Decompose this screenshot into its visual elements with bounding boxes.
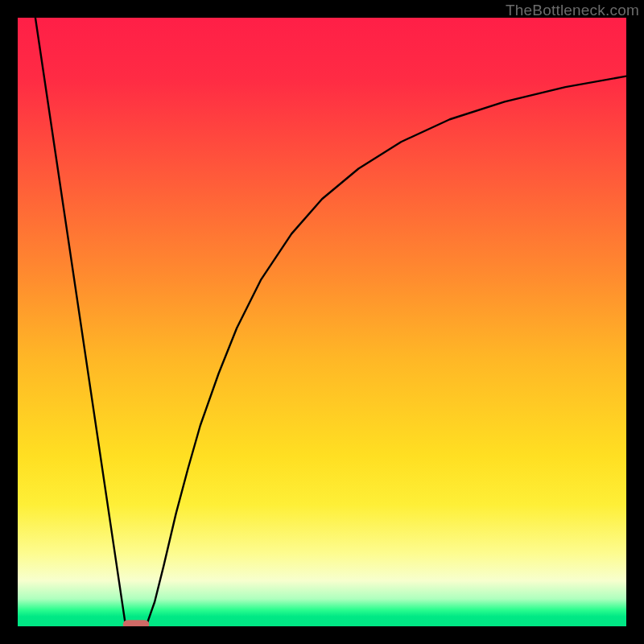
curve-left-leg: [35, 18, 126, 625]
min-marker: [123, 620, 150, 626]
plot-area: [18, 18, 626, 626]
curve-layer: [18, 18, 626, 626]
watermark-text: TheBottleneck.com: [506, 2, 639, 19]
curve-right: [147, 76, 626, 625]
chart-frame: TheBottleneck.com: [0, 0, 644, 644]
